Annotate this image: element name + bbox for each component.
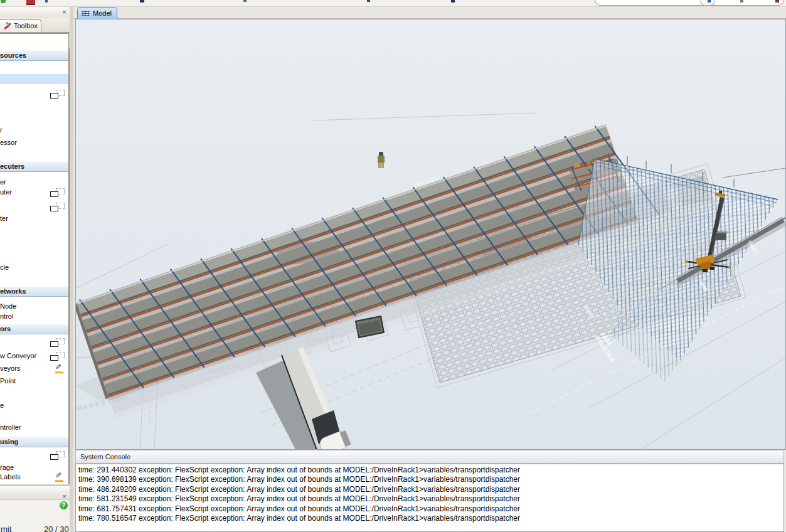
- library-item-label: essor: [0, 139, 17, 146]
- library-item[interactable]: ntrol: [0, 312, 68, 322]
- toolbox-search-input[interactable]: [0, 33, 69, 49]
- system-console-panel: System Console time: 291.440302 exceptio…: [75, 450, 784, 532]
- library-item[interactable]: ntroller: [0, 423, 68, 433]
- help-icon[interactable]: ?: [60, 501, 68, 509]
- library-item[interactable]: [0, 450, 68, 460]
- library-item-label: etworks: [0, 287, 26, 295]
- library-panel-border: [68, 48, 70, 484]
- library-item-label: Node: [0, 302, 16, 310]
- model-tab-label: Model: [93, 9, 112, 17]
- tool-icon[interactable]: [367, 0, 370, 2]
- library-section-header[interactable]: ors: [0, 324, 68, 334]
- close-icon[interactable]: ×: [60, 8, 68, 16]
- library-item-label: uter: [0, 188, 12, 196]
- library-item[interactable]: Node: [0, 302, 68, 312]
- library-item[interactable]: [0, 74, 68, 84]
- library-item[interactable]: ter: [0, 214, 68, 224]
- dragbox-icon[interactable]: [50, 203, 65, 211]
- library-item[interactable]: uter: [0, 188, 68, 198]
- library-item-label: Point: [0, 377, 16, 385]
- library-item[interactable]: er: [0, 178, 68, 188]
- document-tab-bar: Model: [73, 6, 786, 19]
- library-item[interactable]: essor: [0, 138, 68, 148]
- toolbox-tab-label: Toolbox: [14, 22, 38, 29]
- library-item-label: Labels: [0, 473, 20, 481]
- dragbox-icon[interactable]: [50, 352, 65, 361]
- library-item[interactable]: cle: [0, 263, 68, 273]
- library-item[interactable]: [0, 338, 68, 348]
- edit-pencil-icon[interactable]: [55, 472, 64, 482]
- dragbox-icon[interactable]: [50, 188, 65, 197]
- tab-model[interactable]: Model: [77, 7, 117, 19]
- library-item-label: ntroller: [0, 423, 21, 431]
- limit-label-fragment: mit: [1, 524, 11, 532]
- stop-icon[interactable]: [26, 0, 35, 5]
- system-console-output[interactable]: time: 291.440302 exception: FlexScript e…: [75, 464, 784, 532]
- library-section-header[interactable]: ecuters: [0, 161, 68, 172]
- flexsim-window: × Toolbox sourcesressorecuterseruterterc…: [0, 0, 786, 532]
- tool-icon[interactable]: [775, 0, 779, 3]
- console-line: time: 681.757431 exception: FlexScript e…: [78, 504, 783, 514]
- library-item-label: ecuters: [0, 162, 24, 170]
- edit-pencil-icon[interactable]: [55, 364, 64, 373]
- tool-icon[interactable]: [243, 0, 247, 2]
- console-line: time: 581.231549 exception: FlexScript e…: [78, 494, 783, 504]
- tool-icon[interactable]: [45, 0, 48, 3]
- document-area: Model: [73, 6, 786, 532]
- toolbox-icon: [3, 22, 11, 30]
- library-item-label: rage: [0, 464, 14, 471]
- run-icon[interactable]: [1, 0, 6, 3]
- library-section-header[interactable]: sources: [0, 50, 68, 61]
- library-item[interactable]: [0, 89, 68, 99]
- library-item-label: e: [0, 402, 4, 409]
- dragbox-icon[interactable]: [50, 338, 65, 347]
- tool-icon[interactable]: [708, 0, 711, 3]
- system-console-header: System Console: [75, 450, 784, 464]
- library-item-label: using: [0, 438, 18, 445]
- limit-value: 20 / 30: [44, 524, 69, 532]
- close-icon[interactable]: ×: [60, 492, 68, 501]
- limit-panel-header: ×: [0, 485, 70, 500]
- library-item[interactable]: e: [0, 401, 68, 411]
- library-item[interactable]: [0, 202, 68, 212]
- console-line: time: 291.440302 exception: FlexScript e…: [78, 466, 783, 475]
- library-item-label: sources: [0, 51, 26, 59]
- library-item-label: ntrol: [0, 312, 13, 320]
- library-item-label: er: [0, 178, 6, 186]
- tab-toolbox[interactable]: Toolbox: [0, 19, 41, 32]
- toolbar-search-input[interactable]: [595, 0, 784, 6]
- library-item[interactable]: veyors: [0, 364, 68, 374]
- library-item-label: r: [0, 126, 3, 134]
- console-line: time: 780.516547 exception: FlexScript e…: [78, 514, 783, 523]
- library-item[interactable]: w Conveyor: [0, 351, 68, 361]
- library-item-label: ter: [0, 215, 8, 222]
- console-line: time: 390.698139 exception: FlexScript e…: [78, 475, 783, 484]
- library-item[interactable]: Point: [0, 376, 68, 386]
- library-item-label: ors: [0, 325, 11, 332]
- library-item-label: cle: [0, 263, 9, 271]
- library-tab-row: Toolbox: [0, 18, 70, 33]
- dragbox-icon[interactable]: [50, 451, 65, 460]
- tool-icon[interactable]: [451, 0, 455, 3]
- console-line: time: 486.249209 exception: FlexScript e…: [78, 485, 783, 494]
- library-section-header[interactable]: etworks: [0, 286, 68, 297]
- library-item[interactable]: Labels: [0, 472, 68, 482]
- left-panel-column: × Toolbox sourcesressorecuterseruterterc…: [0, 6, 73, 532]
- library-section-header[interactable]: using: [0, 437, 68, 447]
- library-item[interactable]: r: [0, 125, 68, 136]
- main-toolbar: [0, 0, 786, 7]
- library-panel-titlebar: ×: [0, 6, 70, 18]
- object-limit-panel: × ? mit 20 / 30: [0, 485, 70, 532]
- model-3d-viewport[interactable]: DOCAS MARKETING 2000.0000: [75, 19, 786, 450]
- library-item-label: w Conveyor: [0, 352, 36, 359]
- library-item-label: veyors: [0, 364, 20, 372]
- tool-icon[interactable]: [740, 0, 743, 3]
- library-list: sourcesressorecuterserutertercleetworksN…: [0, 48, 68, 484]
- model-grid-icon: [81, 10, 90, 17]
- tool-icon[interactable]: [140, 0, 144, 3]
- dragbox-icon[interactable]: [50, 90, 65, 98]
